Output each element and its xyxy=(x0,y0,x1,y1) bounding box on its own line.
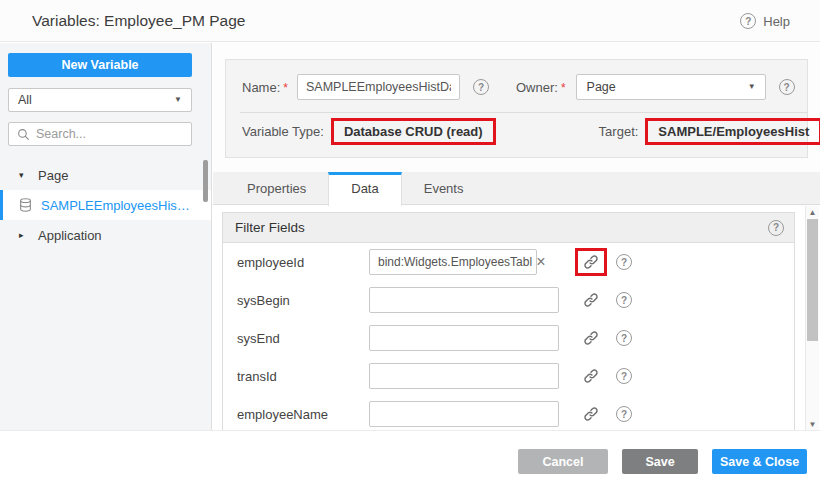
database-icon xyxy=(19,198,32,212)
field-label: sysBegin xyxy=(237,293,369,308)
help-button[interactable]: ? Help xyxy=(740,0,790,42)
dialog-footer: Cancel Save Save & Close xyxy=(0,430,820,490)
variables-dialog: Variables: Employee_PM Page ? Help New V… xyxy=(0,0,820,490)
field-help-icon[interactable]: ? xyxy=(616,406,632,422)
tree-node-label: SAMPLEEmployeesHist... xyxy=(41,198,191,213)
caret-down-icon: ▼ xyxy=(174,89,182,111)
dialog-header: Variables: Employee_PM Page ? Help xyxy=(0,0,820,42)
help-icon: ? xyxy=(740,13,756,29)
employeeid-input[interactable] xyxy=(369,249,537,275)
name-input[interactable] xyxy=(297,74,460,100)
owner-dropdown[interactable]: Page ▼ xyxy=(576,74,766,100)
sysend-input[interactable] xyxy=(369,325,559,351)
link-icon xyxy=(583,368,599,384)
employeename-input[interactable] xyxy=(369,401,559,427)
variable-filter-dropdown[interactable]: All ▼ xyxy=(8,88,192,112)
bind-button[interactable] xyxy=(575,362,607,390)
search-icon xyxy=(17,128,30,141)
search-input[interactable] xyxy=(36,127,197,141)
bind-button[interactable] xyxy=(575,286,607,314)
filter-row-employeename: employeeName ? xyxy=(223,395,794,430)
filter-row-sysend: sysEnd ? xyxy=(223,319,794,357)
name-help-icon[interactable]: ? xyxy=(473,79,489,95)
clear-binding-icon[interactable]: × xyxy=(531,250,551,274)
field-label: sysEnd xyxy=(237,331,369,346)
page-title: Variables: Employee_PM Page xyxy=(32,0,245,42)
field-help-icon[interactable]: ? xyxy=(616,330,632,346)
bind-button[interactable] xyxy=(575,400,607,428)
scroll-down-icon[interactable]: ▼ xyxy=(806,420,819,429)
field-help-icon[interactable]: ? xyxy=(616,292,632,308)
tree-node-application[interactable]: ▸ Application xyxy=(0,220,211,250)
filter-fields-help-icon[interactable]: ? xyxy=(768,220,784,236)
tree-node-label: Page xyxy=(38,168,68,183)
variable-type-value-annotated: Database CRUD (read) xyxy=(331,118,496,145)
bind-button[interactable] xyxy=(575,324,607,352)
variables-tree: ▾ Page SAMPLEEmployeesHist... ▸ Applicat… xyxy=(0,160,211,250)
save-and-close-button[interactable]: Save & Close xyxy=(712,449,807,474)
target-label: Target: xyxy=(599,124,639,139)
tab-bar: Properties Data Events xyxy=(213,172,820,205)
tab-content: Filter Fields ? employeeId × ? sysBegin xyxy=(213,206,820,430)
variable-search[interactable] xyxy=(8,122,192,146)
field-help-icon[interactable]: ? xyxy=(616,368,632,384)
help-label: Help xyxy=(763,14,790,29)
field-help-icon[interactable]: ? xyxy=(616,254,632,270)
variable-filter-value: All xyxy=(18,93,32,107)
sidebar-scrollbar-thumb[interactable] xyxy=(203,160,208,202)
field-label: transId xyxy=(237,369,369,384)
variable-type-label: Variable Type: xyxy=(242,124,324,139)
tree-node-variable-selected[interactable]: SAMPLEEmployeesHist... xyxy=(0,190,211,220)
name-label: Name:* xyxy=(242,80,288,95)
link-icon xyxy=(583,406,599,422)
filter-fields-panel: Filter Fields ? employeeId × ? sysBegin xyxy=(222,212,795,430)
field-label: employeeId xyxy=(237,255,369,270)
variables-sidebar: New Variable All ▼ ▾ Page SAMPLEEmployee… xyxy=(0,43,212,430)
link-icon xyxy=(583,292,599,308)
caret-down-icon[interactable]: ▾ xyxy=(19,170,29,180)
filter-row-employeeid: employeeId × ? xyxy=(223,243,794,281)
new-variable-button[interactable]: New Variable xyxy=(8,53,192,77)
required-asterisk: * xyxy=(561,81,566,95)
owner-value: Page xyxy=(587,80,616,94)
filter-fields-title: Filter Fields xyxy=(235,220,305,235)
tree-node-page[interactable]: ▾ Page xyxy=(0,160,211,190)
link-icon xyxy=(583,254,599,270)
transid-input[interactable] xyxy=(369,363,559,389)
cancel-button[interactable]: Cancel xyxy=(518,449,608,474)
content-scrollbar[interactable]: ▲ ▼ xyxy=(805,206,819,431)
caret-right-icon[interactable]: ▸ xyxy=(19,230,29,240)
owner-help-icon[interactable]: ? xyxy=(779,79,795,95)
filter-fields-header: Filter Fields ? xyxy=(223,213,794,243)
filter-row-sysbegin: sysBegin ? xyxy=(223,281,794,319)
variable-summary-box: Name:* ? Owner:* Page ▼ ? Variable Type:… xyxy=(225,59,808,158)
field-label: employeeName xyxy=(237,407,369,422)
link-icon xyxy=(583,330,599,346)
bind-button-annotated[interactable] xyxy=(575,248,607,276)
tab-events[interactable]: Events xyxy=(402,172,486,205)
scroll-up-icon[interactable]: ▲ xyxy=(806,208,819,217)
owner-label: Owner:* xyxy=(516,80,566,95)
tab-data[interactable]: Data xyxy=(328,172,401,206)
sysbegin-input[interactable] xyxy=(369,287,559,313)
caret-down-icon: ▼ xyxy=(748,75,756,99)
required-asterisk: * xyxy=(283,81,288,95)
save-button[interactable]: Save xyxy=(622,449,698,474)
target-value-annotated: SAMPLE/EmployeesHist xyxy=(645,118,820,145)
tree-node-label: Application xyxy=(38,228,102,243)
tab-properties[interactable]: Properties xyxy=(225,172,328,205)
filter-row-transid: transId ? xyxy=(223,357,794,395)
scrollbar-thumb[interactable] xyxy=(807,219,818,341)
